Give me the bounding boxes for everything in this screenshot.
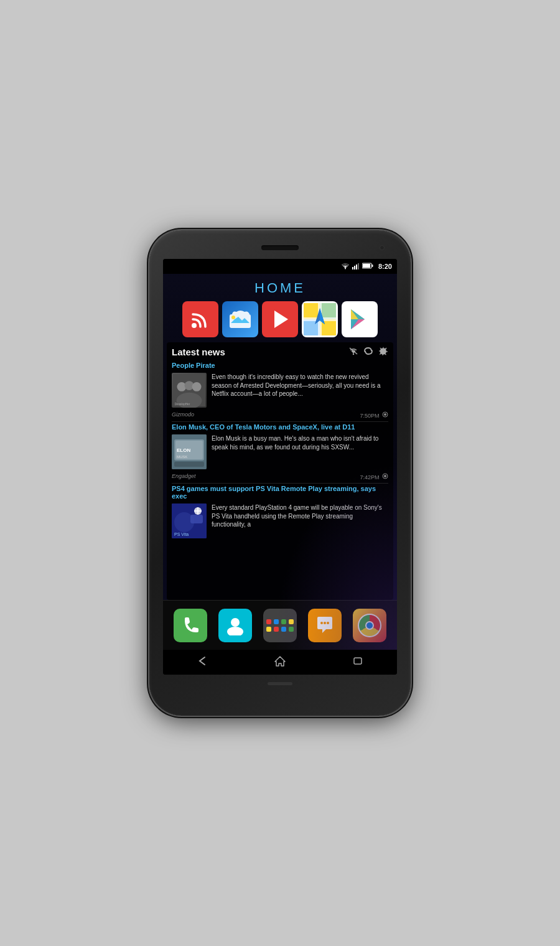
- svg-point-8: [192, 323, 197, 328]
- svg-point-22: [353, 354, 354, 355]
- news-body-1: Even though it's incredibly easy to watc…: [212, 373, 388, 398]
- news-text-2: Elon Musk is a busy man. He's also a man…: [212, 434, 388, 469]
- back-arrow-icon: [196, 655, 208, 667]
- news-header-icons: [348, 346, 388, 358]
- svg-point-10: [231, 316, 235, 319]
- grid-dot: [281, 619, 286, 624]
- news-widget: Latest news: [167, 342, 393, 600]
- svg-point-29: [192, 382, 202, 391]
- elon-thumb: ELON MUSK: [172, 434, 207, 469]
- news-thumb-2: ELON MUSK: [172, 434, 207, 469]
- messenger-icon: [315, 616, 335, 635]
- dock-phone-button[interactable]: [174, 609, 207, 642]
- news-thumb-1: DevelopHer: [172, 373, 207, 408]
- phone-icon: [181, 616, 200, 635]
- signal-icon: [352, 262, 360, 271]
- youtube-play-icon: [274, 311, 288, 328]
- dock-messenger-button[interactable]: [308, 609, 342, 642]
- svg-rect-1: [352, 267, 353, 269]
- svg-point-0: [345, 268, 346, 269]
- svg-text:PS Vita: PS Vita: [174, 532, 189, 536]
- recents-button[interactable]: [352, 655, 364, 670]
- dock-chrome-button[interactable]: [353, 609, 386, 642]
- svg-point-41: [384, 475, 386, 477]
- home-button[interactable]: [274, 655, 286, 669]
- home-title: HOME: [163, 274, 397, 301]
- back-button[interactable]: [196, 655, 208, 670]
- news-source-1[interactable]: People Pirate: [167, 360, 393, 370]
- svg-rect-2: [354, 266, 355, 269]
- dock-contacts-button[interactable]: [218, 609, 252, 642]
- svg-rect-44: [190, 515, 203, 523]
- news-meta-2: Engadget 7:42PM: [167, 472, 393, 483]
- ps4-thumb: PS Vita: [172, 503, 207, 538]
- svg-point-52: [324, 622, 326, 624]
- phone-screen: 8:20 HOME: [163, 259, 397, 675]
- front-camera: [380, 245, 385, 250]
- news-publisher-1: Gizmodo: [172, 411, 194, 419]
- app-icon-cloud[interactable]: [222, 301, 258, 337]
- rss-icon: [190, 309, 210, 329]
- home-content: HOME: [163, 274, 397, 650]
- launcher-grid-icon: [263, 614, 297, 637]
- arrested-dev-thumb: DevelopHer: [173, 373, 205, 408]
- bottom-indicator: [268, 682, 292, 685]
- app-icon-youtube[interactable]: [262, 301, 298, 337]
- grid-dot: [289, 627, 294, 632]
- news-widget-title: Latest news: [172, 347, 225, 357]
- app-icon-maps[interactable]: [302, 301, 338, 337]
- play-store-icon: [346, 306, 373, 333]
- wifi-signal-icon[interactable]: [348, 347, 358, 357]
- news-time-2: 7:42PM: [360, 473, 388, 480]
- grid-dot: [266, 627, 271, 632]
- news-item-1[interactable]: DevelopHer Even though it's incredibly e…: [167, 370, 393, 410]
- status-time: 8:20: [378, 263, 392, 270]
- news-source-3[interactable]: PS4 games must support PS Vita Remote Pl…: [167, 484, 393, 501]
- news-item-2[interactable]: ELON MUSK Elon Musk is a busy man. He's …: [167, 432, 393, 472]
- app-icons-row: [163, 301, 397, 342]
- svg-point-50: [227, 627, 243, 635]
- contacts-icon: [225, 616, 245, 635]
- status-icons: 8:20: [341, 262, 392, 271]
- app-icon-rss[interactable]: [182, 301, 218, 337]
- news-item-3[interactable]: PS Vita Every standard PlayStation 4 gam…: [167, 501, 393, 541]
- chrome-ring: [359, 615, 380, 636]
- svg-text:ELON: ELON: [177, 447, 190, 453]
- chrome-center: [365, 621, 374, 630]
- svg-rect-7: [363, 264, 370, 268]
- svg-point-51: [320, 622, 323, 624]
- news-meta-1: Gizmodo 7:50PM: [167, 410, 393, 421]
- svg-rect-39: [174, 462, 204, 467]
- chrome-icon: [358, 614, 381, 637]
- phone-device: 8:20 HOME: [149, 230, 411, 716]
- svg-rect-54: [354, 658, 362, 664]
- cloud-icon: [227, 308, 253, 330]
- app-icon-play-store[interactable]: [342, 301, 378, 337]
- news-body-3: Every standard PlayStation 4 game will b…: [212, 503, 388, 529]
- grid-dot: [289, 619, 294, 624]
- svg-text:DevelopHer: DevelopHer: [175, 403, 190, 406]
- svg-point-49: [231, 618, 240, 627]
- grid-dot: [274, 627, 279, 632]
- recents-icon: [352, 655, 364, 667]
- phone-bottom-bar: [157, 677, 403, 690]
- home-icon: [274, 655, 286, 667]
- grid-dot: [274, 619, 279, 624]
- phone-top-bar: [157, 239, 403, 256]
- maps-icon: [304, 303, 336, 335]
- settings-icon[interactable]: [378, 346, 388, 358]
- svg-point-33: [384, 413, 386, 416]
- nav-bar: [163, 650, 397, 675]
- grid-dot: [281, 627, 286, 632]
- news-time-1: 7:50PM: [360, 411, 388, 419]
- dock-area: [163, 600, 397, 650]
- refresh-icon[interactable]: [363, 346, 373, 358]
- news-text-1: Even though it's incredibly easy to watc…: [212, 373, 388, 408]
- status-bar: 8:20: [163, 259, 397, 274]
- battery-icon: [362, 263, 373, 270]
- svg-rect-3: [356, 265, 357, 269]
- svg-point-53: [327, 622, 329, 624]
- speaker-grille: [261, 245, 299, 250]
- dock-launcher-button[interactable]: [263, 609, 297, 642]
- news-source-2[interactable]: Elon Musk, CEO of Tesla Motors and Space…: [167, 422, 393, 432]
